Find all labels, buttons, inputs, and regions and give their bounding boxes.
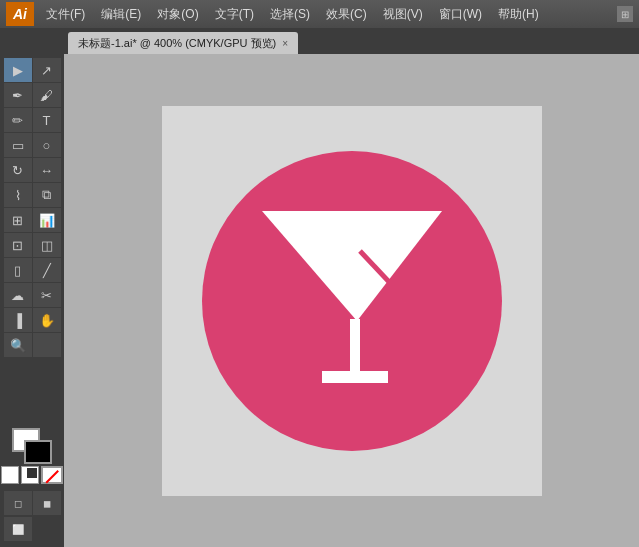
rotate-tool[interactable]: ↻ [4, 158, 32, 182]
type-tool[interactable]: T [33, 108, 61, 132]
tool-row-6: ⌇ ⧉ [4, 183, 61, 207]
tool-row-5: ↻ ↔ [4, 158, 61, 182]
pencil-tool[interactable]: ✏ [4, 108, 32, 132]
tool-row-3: ✏ T [4, 108, 61, 132]
document-tab[interactable]: 未标题-1.ai* @ 400% (CMYK/GPU 预览) × [68, 32, 298, 54]
warp-tool[interactable]: ⌇ [4, 183, 32, 207]
ellipse-tool[interactable]: ○ [33, 133, 61, 157]
tool-row-9: ▯ ╱ [4, 258, 61, 282]
selection-tool[interactable]: ▶ [4, 58, 32, 82]
none-color-button[interactable] [41, 466, 63, 484]
hand-tool[interactable]: ✋ [33, 308, 61, 332]
menu-view[interactable]: 视图(V) [375, 4, 431, 25]
tool-row-7: ⊞ 📊 [4, 208, 61, 232]
tool-row-4: ▭ ○ [4, 133, 61, 157]
rectangle-tool[interactable]: ▭ [4, 133, 32, 157]
window-controls: ⊞ [617, 6, 633, 22]
tab-title: 未标题-1.ai* @ 400% (CMYK/GPU 预览) [78, 36, 276, 51]
scale-tool[interactable]: ↔ [33, 158, 61, 182]
menu-file[interactable]: 文件(F) [38, 4, 93, 25]
fill-stroke-swatch[interactable] [12, 428, 52, 464]
scissors-tool[interactable]: ✂ [33, 283, 61, 307]
menu-object[interactable]: 对象(O) [149, 4, 206, 25]
column-graph-tool[interactable]: 📊 [33, 208, 61, 232]
tab-close-button[interactable]: × [282, 38, 288, 49]
screen-mode-button[interactable]: ⬜ [4, 517, 32, 541]
gradient-tool[interactable]: ◫ [33, 233, 61, 257]
direct-selection-tool[interactable]: ↗ [33, 58, 61, 82]
artboard: 软件自学网 www.rjzxw.com [162, 106, 542, 496]
draw-mode-area: ◻ ◼ ⬜ [2, 489, 63, 543]
stroke-color[interactable] [24, 440, 52, 464]
app-logo: Ai [6, 2, 34, 26]
symbol-sprayer-tool[interactable]: ⊞ [4, 208, 32, 232]
canvas-area: 软件自学网 www.rjzxw.com [64, 54, 639, 547]
tab-bar: 未标题-1.ai* @ 400% (CMYK/GPU 预览) × [0, 28, 639, 54]
swap-colors-button[interactable] [21, 466, 39, 484]
toolbar: ▶ ↗ ✒ 🖌 ✏ T ▭ ○ ↻ ↔ ⌇ ⧉ ⊞ 📊 ⊡ ◫ [0, 54, 64, 547]
cocktail-glass-svg [252, 191, 452, 411]
pen-tool[interactable]: ✒ [4, 83, 32, 107]
menu-effect[interactable]: 效果(C) [318, 4, 375, 25]
zoom-tool[interactable]: 🔍 [4, 333, 32, 357]
main-area: ▶ ↗ ✒ 🖌 ✏ T ▭ ○ ↻ ↔ ⌇ ⧉ ⊞ 📊 ⊡ ◫ [0, 54, 639, 547]
title-bar: Ai 文件(F) 编辑(E) 对象(O) 文字(T) 选择(S) 效果(C) 视… [0, 0, 639, 28]
tool-row-8: ⊡ ◫ [4, 233, 61, 257]
svg-marker-0 [262, 211, 442, 321]
tool-row-11: ▐ ✋ [4, 308, 61, 332]
color-swatch-area [0, 424, 67, 488]
tool-row-12: 🔍 [4, 333, 61, 357]
screen-mode-row: ⬜ [4, 517, 61, 541]
empty-slot [33, 333, 61, 357]
menu-select[interactable]: 选择(S) [262, 4, 318, 25]
mesh-tool[interactable]: ⊡ [4, 233, 32, 257]
tool-row-10: ☁ ✂ [4, 283, 61, 307]
menu-edit[interactable]: 编辑(E) [93, 4, 149, 25]
default-colors-button[interactable] [1, 466, 19, 484]
menu-text[interactable]: 文字(T) [207, 4, 262, 25]
grid-view-button[interactable]: ⊞ [617, 6, 633, 22]
menu-window[interactable]: 窗口(W) [431, 4, 490, 25]
svg-rect-1 [350, 319, 360, 374]
draw-normal-button[interactable]: ◻ [4, 491, 32, 515]
swatch-row [1, 466, 63, 484]
menu-help[interactable]: 帮助(H) [490, 4, 547, 25]
artboard-tool[interactable]: ▐ [4, 308, 32, 332]
brush-tool[interactable]: 🖌 [33, 83, 61, 107]
draw-behind-button[interactable]: ◼ [33, 491, 61, 515]
draw-mode-row: ◻ ◼ [4, 491, 61, 515]
tool-row-2: ✒ 🖌 [4, 83, 61, 107]
tool-row-1: ▶ ↗ [4, 58, 61, 82]
eyedropper-tool[interactable]: ▯ [4, 258, 32, 282]
svg-rect-2 [322, 371, 388, 383]
blend-tool[interactable]: ☁ [4, 283, 32, 307]
measure-tool[interactable]: ╱ [33, 258, 61, 282]
cocktail-icon [202, 151, 502, 451]
free-transform-tool[interactable]: ⧉ [33, 183, 61, 207]
menu-bar: 文件(F) 编辑(E) 对象(O) 文字(T) 选择(S) 效果(C) 视图(V… [38, 4, 547, 25]
